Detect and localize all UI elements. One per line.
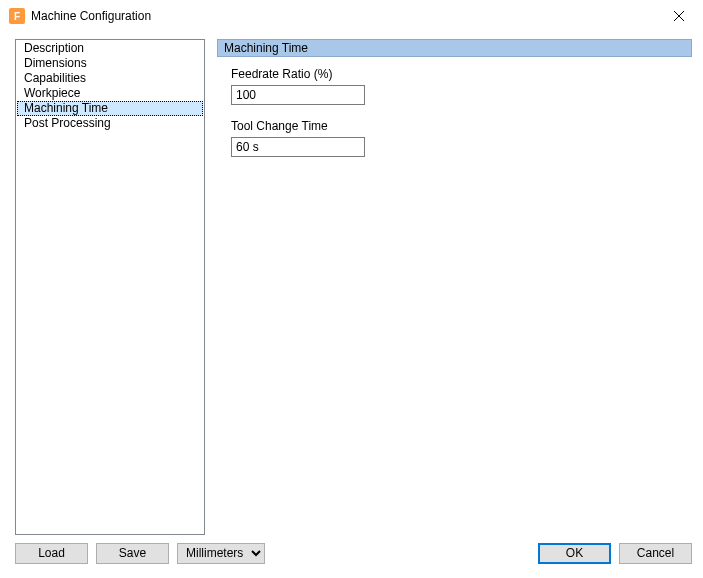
feedrate-ratio-label: Feedrate Ratio (%) bbox=[231, 67, 692, 81]
load-button[interactable]: Load bbox=[15, 543, 88, 564]
tool-change-time-label: Tool Change Time bbox=[231, 119, 692, 133]
feedrate-ratio-input[interactable] bbox=[231, 85, 365, 105]
app-icon: F bbox=[9, 8, 25, 24]
nav-item-dimensions[interactable]: Dimensions bbox=[17, 56, 203, 71]
section-header: Machining Time bbox=[217, 39, 692, 57]
dialog-footer: Load Save Millimeters OK Cancel bbox=[1, 539, 702, 577]
cancel-button[interactable]: Cancel bbox=[619, 543, 692, 564]
save-button[interactable]: Save bbox=[96, 543, 169, 564]
category-list[interactable]: Description Dimensions Capabilities Work… bbox=[15, 39, 205, 535]
nav-item-workpiece[interactable]: Workpiece bbox=[17, 86, 203, 101]
settings-form: Feedrate Ratio (%) Tool Change Time bbox=[217, 57, 692, 157]
titlebar: F Machine Configuration bbox=[1, 1, 702, 31]
ok-button[interactable]: OK bbox=[538, 543, 611, 564]
units-select[interactable]: Millimeters bbox=[177, 543, 265, 564]
nav-item-capabilities[interactable]: Capabilities bbox=[17, 71, 203, 86]
window-title: Machine Configuration bbox=[31, 9, 656, 23]
tool-change-time-input[interactable] bbox=[231, 137, 365, 157]
nav-item-description[interactable]: Description bbox=[17, 41, 203, 56]
close-icon bbox=[674, 11, 684, 21]
machine-configuration-window: F Machine Configuration Description Dime… bbox=[0, 0, 703, 578]
nav-item-machining-time[interactable]: Machining Time bbox=[17, 101, 203, 116]
settings-panel: Machining Time Feedrate Ratio (%) Tool C… bbox=[217, 39, 692, 535]
close-button[interactable] bbox=[656, 1, 702, 31]
nav-item-post-processing[interactable]: Post Processing bbox=[17, 116, 203, 131]
dialog-body: Description Dimensions Capabilities Work… bbox=[1, 31, 702, 539]
